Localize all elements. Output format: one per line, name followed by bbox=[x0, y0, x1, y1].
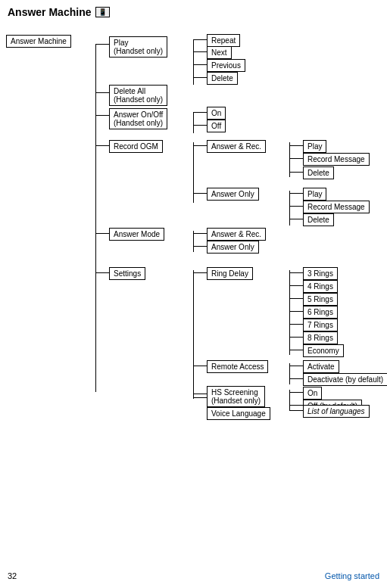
hline-repeat bbox=[193, 39, 207, 40]
node-next: Next bbox=[207, 46, 232, 59]
node-answer-mode: Answer Mode bbox=[109, 228, 164, 241]
main-content: Answer Machine Play (Handset only) Repea… bbox=[0, 21, 387, 539]
hline-next bbox=[193, 51, 207, 52]
hline-play bbox=[95, 44, 109, 45]
hline-answer-only-ogm bbox=[193, 193, 207, 194]
hline-6rings bbox=[289, 311, 303, 312]
hline-3rings bbox=[289, 272, 303, 273]
node-answer-machine: Answer Machine bbox=[6, 35, 71, 48]
node-play: Play (Handset only) bbox=[109, 36, 167, 58]
node-list-languages: List of languages bbox=[303, 405, 370, 418]
hline-remote-access bbox=[193, 366, 207, 366]
footer-section: Getting started bbox=[325, 571, 379, 580]
node-remote-access: Remote Access bbox=[207, 360, 268, 373]
hline-ring-delay bbox=[193, 272, 207, 273]
vline-settings bbox=[193, 270, 194, 399]
node-hs-on: On bbox=[303, 387, 322, 400]
node-6rings: 6 Rings bbox=[303, 306, 338, 319]
hline-5rings bbox=[289, 298, 303, 299]
hline-ao-mode bbox=[193, 246, 207, 247]
node-deactivate: Deactivate (by default) bbox=[303, 373, 387, 386]
vline-hs bbox=[289, 390, 290, 411]
hline-answer-rec bbox=[193, 145, 207, 146]
node-answer-only-ogm: Answer Only bbox=[207, 188, 259, 201]
hline-ar-mode bbox=[193, 233, 207, 234]
hline-answer-onoff bbox=[95, 115, 109, 116]
page-footer: 32 Getting started bbox=[0, 571, 387, 580]
vline-ao bbox=[289, 191, 290, 226]
node-record-msg-ao: Record Message bbox=[303, 201, 370, 213]
hline-record-msg-ar bbox=[289, 158, 303, 159]
hline-record-msg-ao bbox=[289, 206, 303, 207]
hline-settings bbox=[95, 272, 109, 273]
hline-4rings bbox=[289, 285, 303, 286]
hline-delete-all bbox=[95, 92, 109, 93]
node-off: Off bbox=[207, 120, 226, 132]
node-activate: Activate bbox=[303, 360, 339, 373]
vline-main bbox=[95, 44, 96, 392]
hline-economy bbox=[289, 350, 303, 350]
node-repeat: Repeat bbox=[207, 34, 240, 47]
vline-onoff bbox=[193, 112, 194, 133]
hline-8rings bbox=[289, 337, 303, 338]
node-hs-screening: HS Screening (Handset only) bbox=[207, 386, 265, 407]
node-record-ogm: Record OGM bbox=[109, 140, 163, 153]
tree-diagram: Answer Machine Play (Handset only) Repea… bbox=[6, 23, 381, 537]
page-title: Answer Machine 📱 bbox=[0, 0, 387, 21]
hline-list-langs bbox=[289, 410, 303, 411]
hline-play-ar bbox=[289, 145, 303, 146]
node-settings: Settings bbox=[109, 267, 145, 280]
node-economy: Economy bbox=[303, 344, 344, 357]
vline-ring-delay bbox=[289, 270, 290, 355]
footer-page-number: 32 bbox=[8, 571, 17, 580]
device-icon: 📱 bbox=[95, 7, 110, 17]
hline-activate bbox=[289, 366, 303, 366]
vline-ogm bbox=[193, 142, 194, 203]
vline-mode bbox=[193, 231, 194, 252]
hline-delete-play bbox=[193, 77, 207, 78]
hline-voice-lang bbox=[193, 394, 207, 394]
hline-hs-on bbox=[289, 392, 303, 393]
hline-delete-ao bbox=[289, 219, 303, 219]
node-delete-all: Delete All (Handset only) bbox=[109, 85, 167, 106]
node-4rings: 4 Rings bbox=[303, 280, 338, 293]
node-play-ar: Play bbox=[303, 140, 326, 153]
node-delete-ar: Delete bbox=[303, 166, 334, 179]
node-record-msg-ar: Record Message bbox=[303, 153, 370, 166]
node-8rings: 8 Rings bbox=[303, 331, 338, 344]
node-voice-language: Voice Language bbox=[207, 407, 270, 420]
node-ring-delay: Ring Delay bbox=[207, 267, 253, 280]
hline-hs-off bbox=[289, 405, 303, 406]
node-ao-mode: Answer Only bbox=[207, 241, 259, 254]
hline-delete-ar bbox=[289, 172, 303, 173]
node-7rings: 7 Rings bbox=[303, 319, 338, 331]
hline-7rings bbox=[289, 324, 303, 325]
hline-answer-mode bbox=[95, 233, 109, 234]
vline-remote bbox=[289, 363, 290, 384]
hline-on bbox=[193, 112, 207, 113]
hline-off bbox=[193, 125, 207, 126]
node-5rings: 5 Rings bbox=[303, 293, 338, 306]
title-text: Answer Machine bbox=[8, 6, 91, 18]
hline-previous bbox=[193, 64, 207, 65]
hline-voice-lang2 bbox=[193, 397, 207, 398]
node-ar-mode: Answer & Rec. bbox=[207, 228, 266, 241]
node-on: On bbox=[207, 107, 226, 120]
node-previous: Previous bbox=[207, 59, 245, 72]
node-delete-ao: Delete bbox=[303, 213, 334, 226]
hline-record-ogm bbox=[95, 145, 109, 146]
node-3rings: 3 Rings bbox=[303, 267, 338, 280]
vline-play bbox=[193, 39, 194, 85]
node-play-ao: Play bbox=[303, 188, 326, 201]
node-delete-play: Delete bbox=[207, 72, 238, 85]
node-answer-rec: Answer & Rec. bbox=[207, 140, 266, 153]
hline-play-ao bbox=[289, 193, 303, 194]
hline-deactivate bbox=[289, 378, 303, 379]
node-answer-onoff: Answer On/Off (Handset only) bbox=[109, 108, 167, 129]
